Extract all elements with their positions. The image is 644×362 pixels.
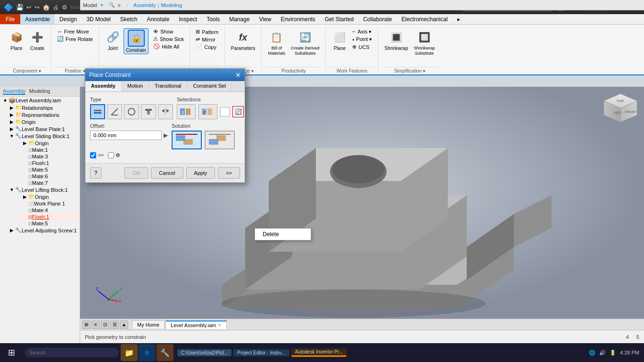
solution1-button[interactable]: [172, 131, 202, 149]
apply-button[interactable]: Apply: [186, 167, 215, 179]
taskbar-search-input[interactable]: [25, 348, 119, 357]
motion-tab[interactable]: Motion: [122, 81, 149, 91]
parameters-button[interactable]: fx Parameters: [229, 28, 258, 52]
axis-button[interactable]: ╌ Axis ▾: [350, 28, 374, 35]
transitional-tab[interactable]: Transitional: [149, 81, 187, 91]
bom-button[interactable]: 📋 Bill ofMaterials: [265, 28, 288, 58]
assembly-doc-tab[interactable]: Level Assembly.iam ✕: [165, 321, 227, 329]
mirror-button[interactable]: ⇌ Mirror: [194, 36, 220, 43]
offset-arrow[interactable]: ▶: [164, 132, 168, 139]
free-rotate-button[interactable]: 🔄 Free Rotate: [55, 35, 95, 42]
place-button[interactable]: 📦 Place: [7, 28, 26, 52]
more-button[interactable]: >>: [218, 167, 240, 179]
show-sick-button[interactable]: ⚠ Show Sick: [151, 35, 186, 42]
selection2-button[interactable]: 2: [198, 104, 217, 119]
search-model-icon[interactable]: 🔍: [108, 2, 115, 8]
component-label[interactable]: Component ▾: [7, 67, 47, 74]
ok-button[interactable]: OK: [124, 167, 148, 179]
tree-origin-2[interactable]: ▶ 📁 Origin: [20, 140, 80, 147]
print-icon[interactable]: 🖨: [53, 4, 59, 11]
pattern-button[interactable]: ⊞ Pattern: [194, 28, 220, 35]
bottom-icon5[interactable]: ▲: [120, 321, 128, 329]
assemble-menu[interactable]: Assemble: [20, 14, 55, 24]
copy-button[interactable]: 📄 Copy: [194, 43, 220, 50]
assembly-breadcrumb[interactable]: Assembly: [133, 2, 156, 8]
shrinkwrap-button[interactable]: 🔳 Shrinkwrap: [382, 28, 410, 52]
ucs-button[interactable]: ⊕ UCS: [350, 43, 374, 50]
sketch-menu[interactable]: Sketch: [116, 14, 142, 24]
model-options-icon[interactable]: ≡: [118, 2, 121, 8]
tree-adjusting-screw[interactable]: ▶ 🔧 Level Adjusting Screw:1: [7, 227, 80, 234]
tree-workplane1[interactable]: ⬜ Work Plane 1: [20, 200, 80, 207]
insert-type-button[interactable]: [141, 104, 156, 119]
solution2-button[interactable]: [205, 131, 235, 149]
shrinkwrap-sub-button[interactable]: 🔲 ShrinkwrapSubstitute: [412, 28, 438, 58]
electromechanical-menu[interactable]: Electromechanical: [397, 14, 453, 24]
symmetry-type-button[interactable]: [158, 104, 173, 119]
offset-input[interactable]: [90, 131, 162, 140]
dialog-close-button[interactable]: ✕: [235, 71, 241, 79]
bottom-icon3[interactable]: ⊡: [101, 321, 109, 329]
annotate-menu[interactable]: Annotate: [142, 14, 174, 24]
hide-all-button[interactable]: 🚫 Hide All: [151, 43, 186, 50]
tangent-type-button[interactable]: [124, 104, 139, 119]
file-menu[interactable]: File: [0, 14, 20, 24]
create-button[interactable]: ➕ Create: [27, 28, 47, 52]
view-menu[interactable]: View: [255, 14, 276, 24]
collaborate-menu[interactable]: Collaborate: [358, 14, 396, 24]
add-model-tab[interactable]: +: [100, 1, 104, 8]
settings-icon[interactable]: ⚙: [62, 4, 67, 11]
taskbar-inventor[interactable]: 🔧: [157, 344, 173, 361]
taskbar-edge[interactable]: e: [139, 344, 156, 361]
assembly-tab-close[interactable]: ✕: [218, 323, 222, 328]
start-button[interactable]: ⊞: [0, 343, 23, 362]
tree-mate1[interactable]: ⊡ Mate:1: [20, 147, 80, 153]
tree-representations[interactable]: ▶ 📁 Representations: [7, 111, 80, 118]
selection1-button[interactable]: 1: [177, 104, 196, 119]
tree-flush1-highlighted[interactable]: ⊡ Flush:1: [20, 214, 80, 220]
checkbox1-input[interactable]: [90, 152, 96, 158]
manage-menu[interactable]: Manage: [224, 14, 254, 24]
tree-mate5[interactable]: ⊡ Mate:5: [20, 166, 80, 173]
joint-button[interactable]: 🔗 Joint: [103, 28, 123, 52]
plane-button[interactable]: ⬜ Plane: [330, 28, 349, 52]
tree-flush1[interactable]: ⊡ Flush:1: [20, 160, 80, 166]
tree-mate7[interactable]: ⊡ Mate:7: [20, 180, 80, 186]
tree-mate3[interactable]: ⊡ Mate:3: [20, 153, 80, 160]
simplification-label[interactable]: Simplification ▾: [382, 67, 437, 74]
tree-lifting-block[interactable]: ▼ 🔧 Level Lifting Block:1: [7, 186, 80, 193]
help-button[interactable]: ?: [90, 167, 101, 179]
my-home-tab[interactable]: My Home: [132, 321, 165, 329]
derived-subs-button[interactable]: 🔄 Create DerivedSubstitutes: [289, 28, 322, 58]
file-explorer-taskbar[interactable]: C:\Users\ortiza2\Pict...: [177, 349, 231, 356]
cancel-button[interactable]: Cancel: [151, 167, 183, 179]
modeling-panel-tab[interactable]: Modeling: [29, 88, 50, 95]
constraint-set-tab[interactable]: Constraint Set: [187, 81, 232, 91]
bottom-icon1[interactable]: ⊞: [82, 321, 91, 329]
more-menu[interactable]: ▸: [453, 14, 465, 24]
quick-save-icon[interactable]: 💾: [16, 4, 24, 11]
get-started-menu[interactable]: Get Started: [320, 14, 358, 24]
show-button[interactable]: 👁 Show: [151, 28, 186, 35]
modeling-breadcrumb[interactable]: Modeling: [161, 2, 182, 8]
3d-model-menu[interactable]: 3D Model: [82, 14, 115, 24]
inventor-taskbar[interactable]: Autodesk Inventor Pr...: [291, 348, 347, 357]
tree-sliding-block[interactable]: ▼ 🔧 Level Sliding Block:1: [7, 132, 80, 140]
viewcube[interactable]: TOP LEFT FRONT: [602, 91, 639, 129]
delete-menu-item[interactable]: Delete: [255, 229, 311, 240]
constrain-button[interactable]: 🔒 Constrain: [124, 28, 149, 54]
selection-checkbox[interactable]: [220, 107, 230, 116]
bottom-icon4[interactable]: ☰: [110, 321, 119, 329]
assembly-tab[interactable]: Assembly: [85, 81, 122, 91]
tree-mate4[interactable]: ⊡ Mate:4: [20, 207, 80, 214]
checkbox2[interactable]: ⚙: [108, 152, 120, 158]
home-icon[interactable]: 🏠: [42, 4, 50, 11]
inspect-menu[interactable]: Inspect: [174, 14, 202, 24]
tree-mate5b[interactable]: ⊡ Mate:5: [20, 220, 80, 227]
mate-type-button[interactable]: [90, 104, 105, 119]
environments-menu[interactable]: Environments: [276, 14, 320, 24]
free-move-button[interactable]: ↔ Free Move: [55, 28, 95, 35]
selection-reset-button[interactable]: 🔄: [232, 106, 244, 117]
angle-type-button[interactable]: [107, 104, 122, 119]
assembly-panel-tab[interactable]: Assembly: [3, 88, 25, 95]
